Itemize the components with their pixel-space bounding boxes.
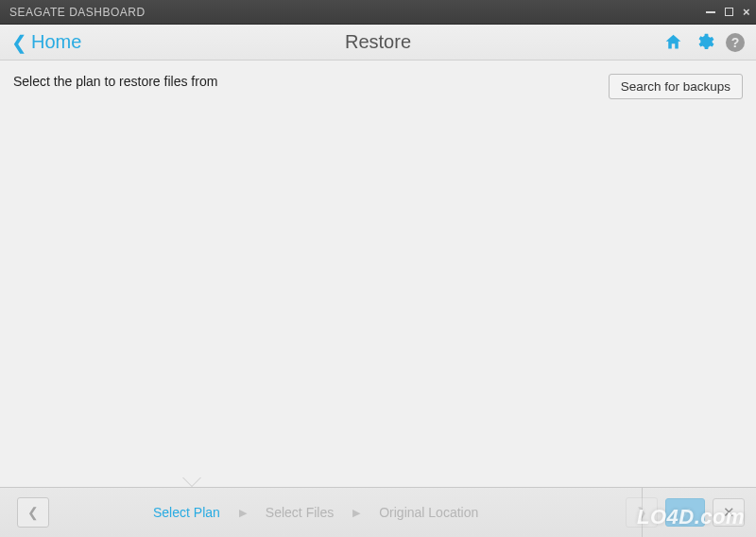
help-icon[interactable]: ? [726, 33, 745, 52]
confirm-button[interactable]: ✔ [665, 498, 705, 527]
search-backups-button[interactable]: Search for backups [609, 74, 743, 99]
chevron-left-icon: ❮ [27, 505, 39, 520]
check-icon: ✔ [679, 504, 692, 522]
header-icons: ? [663, 32, 745, 52]
cancel-button[interactable]: ✕ [713, 498, 745, 527]
home-label: Home [31, 31, 81, 53]
window-controls: × [706, 6, 750, 18]
wizard-steps: Select Plan ▶ Select Files ▶ Original Lo… [153, 505, 478, 520]
app-title: SEAGATE DASHBOARD [9, 6, 146, 19]
home-back-link[interactable]: ❮ Home [11, 31, 81, 54]
minimize-button[interactable] [706, 6, 715, 18]
next-step-button-alt[interactable]: ❯ [626, 497, 658, 528]
content-toolbar: Select the plan to restore files from Se… [0, 61, 756, 99]
close-window-button[interactable]: × [743, 6, 750, 18]
step-indicator-pointer [182, 476, 201, 486]
home-icon[interactable] [663, 32, 683, 52]
page-title: Restore [345, 31, 411, 53]
chevron-right-icon: ❯ [636, 505, 647, 520]
maximize-button[interactable] [725, 6, 733, 18]
minimize-icon [706, 11, 715, 13]
step-original-location[interactable]: Original Location [379, 505, 478, 520]
window-titlebar: SEAGATE DASHBOARD × [0, 0, 756, 25]
chevron-left-icon: ❮ [11, 31, 27, 54]
prev-step-button[interactable]: ❮ [17, 497, 49, 528]
wizard-footer: ❮ Select Plan ▶ Select Files ▶ Original … [0, 487, 756, 537]
app-header: ❮ Home Restore ? [0, 25, 756, 61]
gear-icon[interactable] [695, 32, 714, 52]
close-icon: ✕ [723, 504, 735, 521]
step-select-plan[interactable]: Select Plan [153, 505, 220, 520]
instruction-text: Select the plan to restore files from [13, 74, 217, 89]
maximize-icon [725, 8, 733, 16]
step-separator-icon: ▶ [352, 507, 360, 519]
step-separator-icon: ▶ [239, 507, 247, 519]
footer-actions: ❯ ✔ ✕ [626, 497, 745, 528]
content-area: Select the plan to restore files from Se… [0, 61, 756, 487]
step-select-files[interactable]: Select Files [266, 505, 334, 520]
